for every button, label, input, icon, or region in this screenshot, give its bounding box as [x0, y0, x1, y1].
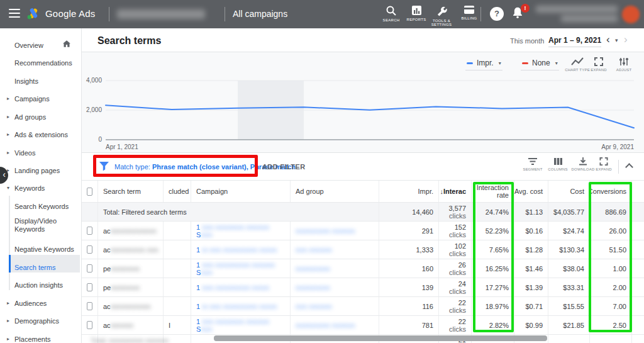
account-name-blurred: [117, 9, 205, 19]
svg-text:2,000: 2,000: [86, 106, 102, 113]
impr-cell: 291: [379, 222, 439, 240]
sidebar-indent-line: [9, 196, 10, 290]
column-conversions[interactable]: Conversions: [590, 181, 632, 202]
search-button[interactable]: SEARCH: [377, 5, 405, 22]
tools-settings-button[interactable]: TOOLS & SETTINGS: [428, 5, 455, 26]
campaign-cell[interactable]: 1 mm mmmmmm mmm: [191, 278, 291, 296]
excluded-cell: I: [164, 316, 191, 334]
campaign-line1: 1 mm mmmmm mmmm: [196, 318, 269, 325]
select-all-checkbox[interactable]: [87, 188, 92, 196]
interactions-value: 26: [449, 261, 466, 269]
sidebar-item-label: Videos: [14, 149, 77, 157]
ad-group-blurred: mmmmmm mmmm: [296, 322, 355, 329]
topbar-divider: [225, 7, 225, 21]
interactions-stack: 22clicks: [449, 299, 466, 314]
conversions-cell: 26.00: [590, 222, 632, 240]
interactions-cell: 22clicks: [439, 297, 472, 315]
help-icon[interactable]: ?: [490, 7, 504, 21]
cost-cell: $21.85: [548, 316, 590, 334]
home-icon: [63, 40, 70, 48]
column-search-term[interactable]: Search term: [98, 181, 164, 202]
partial-cell: [632, 222, 644, 240]
campaign-cell[interactable]: 1 mm mmmmm mmmmSmm: [191, 316, 291, 334]
impr-cell: 116: [379, 297, 439, 315]
campaign-cell[interactable]: 1 m mm mmmmmm mmm: [191, 297, 291, 315]
campaign-line1: 1 m mm mmmmmm mmm: [196, 246, 277, 254]
horizontal-scrollbar[interactable]: [214, 335, 547, 341]
avg-cost-cell: $1.28: [514, 240, 548, 259]
row-checkbox[interactable]: [87, 283, 92, 291]
main-content: Search terms This month Apr 1 – 9, 2021 …: [82, 28, 644, 343]
campaign-prefix: 1: [196, 303, 202, 310]
interactions-stack: 152clicks: [449, 223, 466, 239]
date-range-selector[interactable]: Apr 1 – 9, 2021: [548, 36, 601, 47]
chevron-down-icon[interactable]: ▾: [615, 37, 618, 43]
interactions-cell: 26clicks: [439, 259, 472, 278]
interactions-unit: clicks: [449, 325, 466, 333]
row-checkbox[interactable]: [87, 227, 92, 235]
row-checkbox[interactable]: [87, 302, 92, 310]
column-interactions-sorted[interactable]: ↓ Interac: [439, 181, 472, 202]
ad-group-cell[interactable]: mmmmmm: [291, 259, 379, 278]
row-checkbox[interactable]: [87, 321, 92, 329]
table-row: acmmmmmm mm1 m mm mmmmmm mmmmm mmmm1,333…: [82, 240, 644, 259]
table-expand-button[interactable]: EXPAND: [590, 157, 618, 171]
impressions-line-chart[interactable]: 02,0004,000Apr 1, 2021Apr 9, 2021: [82, 52, 644, 153]
interactions-value: 22: [449, 299, 466, 306]
add-filter-button[interactable]: ADD FILTER: [262, 163, 306, 171]
billing-button[interactable]: BILLING: [455, 5, 483, 20]
column-cost[interactable]: Cost: [548, 181, 590, 202]
campaign-cell[interactable]: 1 mm mmmmm mmmmSmm: [191, 222, 291, 240]
row-check-cell: [82, 316, 98, 334]
ad-group-cell[interactable]: mm mmmm: [291, 240, 379, 259]
column-interaction-rate[interactable]: Interaction rate: [472, 181, 514, 202]
total-empty-cell: [82, 203, 98, 221]
impr-cell: 1,333: [379, 240, 439, 259]
expand-icon: [599, 157, 608, 166]
campaign-cell[interactable]: 1 m mm mmmmmm mmm: [191, 240, 291, 259]
row-checkbox[interactable]: [87, 264, 92, 273]
sidebar-item-label: Auction insights: [14, 281, 77, 290]
filter-icon[interactable]: [99, 162, 109, 171]
sidebar-item-label: Search terms: [14, 264, 77, 272]
chevron-right-icon: ▸: [7, 300, 9, 306]
column-campaign[interactable]: Campaign: [191, 181, 291, 202]
chevron-up-icon[interactable]: [625, 163, 633, 171]
column-added-excluded-truncated[interactable]: cluded: [164, 181, 191, 202]
ad-group-cell[interactable]: mmmmmm mmmm: [291, 222, 379, 240]
chart-section: Impr.▾ None▾ CHART TYPE EXPAND ADJUST 02…: [82, 52, 644, 153]
sidebar-item-label: Keywords: [14, 184, 77, 193]
campaign-blurred: mm mmmmm mmmm: [202, 318, 269, 325]
billing-icon: [455, 5, 483, 14]
date-prev-button[interactable]: ‹: [606, 33, 610, 46]
menu-icon[interactable]: [9, 9, 20, 18]
nav-label: TOOLS & SETTINGS: [428, 19, 455, 26]
ad-group-blurred: mmmmmm: [296, 284, 330, 291]
search-term-prefix: ac: [103, 227, 111, 235]
row-checkbox[interactable]: [87, 245, 92, 254]
ad-group-cell[interactable]: mm mmmm: [291, 297, 379, 315]
interactions-unit: clicks: [449, 288, 466, 295]
toolbar-divider: [618, 160, 619, 174]
ad-group-cell[interactable]: mmmmmm: [291, 278, 379, 296]
column-impr[interactable]: Impr.: [379, 181, 439, 202]
search-term-prefix: ac: [103, 303, 111, 310]
search-term-cell: acmmmm: [98, 316, 164, 334]
reports-button[interactable]: REPORTS: [402, 5, 430, 21]
interaction-rate-label: Interaction rate: [477, 184, 509, 199]
campaign-cell[interactable]: 1 mm mmmmmm mmmmSmm: [191, 259, 291, 278]
avg-cost-cell: $0.16: [514, 222, 548, 240]
all-campaigns-label[interactable]: All campaigns: [233, 9, 287, 19]
impr-cell: 139: [379, 278, 439, 296]
segment-icon: [528, 157, 538, 166]
column-avg-cost[interactable]: Avg. cost: [514, 181, 548, 202]
column-ad-group[interactable]: Ad group: [291, 181, 379, 202]
row-check-cell: [82, 240, 98, 259]
date-next-button[interactable]: ›: [624, 33, 628, 46]
ad-group-cell[interactable]: mmmmmm mmmm: [291, 316, 379, 334]
avg-cost-cell: $1.13: [514, 203, 548, 221]
interaction-rate-cell: 16.25%: [472, 259, 514, 278]
avatar[interactable]: [622, 6, 640, 23]
partial-cell: [632, 278, 644, 296]
google-ads-logo-icon: [26, 7, 40, 21]
